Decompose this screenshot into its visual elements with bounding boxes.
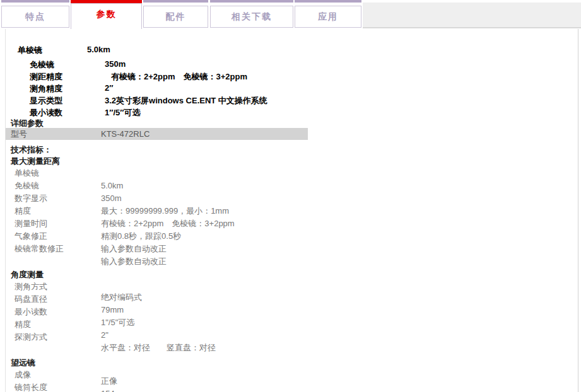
section-title-detail-params: 详细参数 bbox=[6, 119, 578, 128]
spec-row: 测角方式 bbox=[6, 282, 578, 294]
tab-bar-filler bbox=[363, 3, 581, 28]
product-spec-page: 特点 参数 配件 相关下载 应用 bbox=[0, 0, 581, 392]
angle-spec-rows: 测角方式 码盘直径 绝对编码式 最小读数 79mm 精度 1"/5"可选 bbox=[6, 282, 578, 357]
spec-row: 镜筒长度 正像 bbox=[6, 383, 578, 392]
spec-label: 探测方式 bbox=[15, 332, 47, 342]
spec-value: 2" bbox=[101, 330, 109, 340]
spec-value: 有棱镜：2+2ppm 免棱镜：3+2ppm bbox=[101, 219, 235, 228]
summary-row: 单棱镜 5.0km bbox=[6, 45, 578, 59]
spec-label: 精度 bbox=[15, 206, 31, 216]
tab[interactable]: 特点 bbox=[1, 0, 69, 29]
section-title-telescope: 望远镜 bbox=[6, 357, 578, 370]
spec-value: 5.0km bbox=[101, 181, 123, 190]
summary-label: 单棱镜 bbox=[18, 45, 42, 56]
summary-value: 350m bbox=[105, 59, 126, 69]
model-label: 型号 bbox=[11, 128, 27, 140]
tab[interactable]: 相关下载 bbox=[210, 0, 293, 29]
summary-row: 测距精度 有棱镜：2+2ppm 免棱镜：3+2ppm bbox=[6, 71, 578, 83]
spec-label: 成像 bbox=[15, 370, 31, 379]
summary-label: 最小读数 bbox=[30, 107, 62, 118]
spec-row: 探测方式 2" bbox=[6, 332, 578, 345]
spec-row: 单棱镜 bbox=[6, 168, 578, 181]
summary-row: 最小读数 1″/5″可选 bbox=[6, 107, 578, 119]
spec-row: 测量时间 有棱镜：2+2ppm 免棱镜：3+2ppm bbox=[6, 219, 578, 231]
spec-label: 免棱镜 bbox=[15, 181, 39, 190]
spec-summary-block: 单棱镜 5.0km 免棱镜 350m 测距精度 有棱镜：2+2ppm 免棱镜：3… bbox=[6, 29, 578, 119]
section-title-angle-measure: 角度测量 bbox=[6, 269, 578, 282]
spec-row: 水平盘：对径 竖直盘：对径 bbox=[6, 345, 578, 357]
spec-value: 最大：99999999.999，最小：1mm bbox=[101, 206, 229, 216]
spec-label: 最小读数 bbox=[15, 307, 47, 316]
tab[interactable]: 应用 bbox=[295, 0, 361, 29]
model-row: 型号 KTS-472RLC bbox=[6, 128, 308, 140]
spec-value: 精测0.8秒，跟踪0.5秒 bbox=[101, 231, 181, 241]
tab[interactable]: 配件 bbox=[143, 0, 208, 29]
tab-accent-bar bbox=[210, 0, 293, 3]
summary-label: 显示类型 bbox=[30, 95, 62, 107]
tab-label: 应用 bbox=[295, 6, 361, 28]
spec-value: 正像 bbox=[101, 376, 117, 386]
tab-accent-bar bbox=[1, 0, 69, 3]
spec-value: 绝对编码式 bbox=[101, 292, 142, 302]
distance-spec-rows: 单棱镜 免棱镜 5.0km 数字显示 350m 精度 最大：99999999.9… bbox=[6, 168, 578, 269]
summary-label: 免棱镜 bbox=[30, 59, 54, 71]
spec-content-panel: 单棱镜 5.0km 免棱镜 350m 测距精度 有棱镜：2+2ppm 免棱镜：3… bbox=[5, 29, 578, 392]
tab-label: 配件 bbox=[143, 6, 208, 28]
summary-value: 3.2英寸彩屏windows CE.ENT 中文操作系统 bbox=[105, 95, 267, 107]
spec-label: 单棱镜 bbox=[15, 168, 39, 178]
spec-row: 成像 bbox=[6, 370, 578, 383]
spec-row: 数字显示 350m bbox=[6, 193, 578, 206]
spec-value: 输入参数自动改正 bbox=[101, 257, 167, 266]
spec-value: 1"/5"可选 bbox=[101, 318, 134, 327]
spec-label: 码盘直径 bbox=[15, 294, 47, 304]
spec-label: 精度 bbox=[15, 320, 31, 329]
section-title-tech-specs: 技术指标： bbox=[6, 144, 578, 156]
spec-row: 精度 1"/5"可选 bbox=[6, 320, 578, 332]
summary-row: 免棱镜 350m bbox=[6, 59, 578, 71]
spec-row: 气象修正 精测0.8秒，跟踪0.5秒 bbox=[6, 231, 578, 244]
summary-value: 5.0km bbox=[87, 45, 110, 54]
telescope-spec-rows: 成像 镜筒长度 正像 154mm bbox=[6, 370, 578, 392]
spec-row: 精度 最大：99999999.999，最小：1mm bbox=[6, 206, 578, 219]
spec-row: 棱镜常数修正 输入参数自动改正 bbox=[6, 244, 578, 257]
spec-label: 棱镜常数修正 bbox=[15, 244, 64, 253]
spec-label: 测角方式 bbox=[15, 282, 47, 291]
section-title-max-distance: 最大测量距离 bbox=[6, 156, 578, 168]
tab-accent-bar bbox=[295, 0, 361, 3]
summary-label: 测角精度 bbox=[30, 83, 62, 95]
spec-value: 输入参数自动改正 bbox=[101, 244, 167, 253]
spec-value: 79mm bbox=[101, 305, 124, 314]
summary-value: 1″/5″可选 bbox=[105, 107, 141, 118]
spec-label: 气象修正 bbox=[15, 231, 47, 241]
summary-label: 测距精度 bbox=[30, 71, 62, 83]
spec-row: 码盘直径 绝对编码式 bbox=[6, 294, 578, 307]
tab-label: 相关下载 bbox=[210, 6, 293, 28]
spec-row: 输入参数自动改正 bbox=[6, 257, 578, 269]
summary-value: 2″ bbox=[105, 83, 113, 93]
tab-label: 特点 bbox=[1, 6, 69, 28]
spec-row: 免棱镜 5.0km bbox=[6, 181, 578, 193]
spec-value: 水平盘：对径 竖直盘：对径 bbox=[101, 343, 216, 352]
spec-value: 154mm bbox=[101, 389, 128, 392]
spec-label: 数字显示 bbox=[15, 193, 47, 203]
summary-value: 有棱镜：2+2ppm 免棱镜：3+2ppm bbox=[111, 71, 247, 83]
summary-row: 测角精度 2″ bbox=[6, 83, 578, 95]
summary-row: 显示类型 3.2英寸彩屏windows CE.ENT 中文操作系统 bbox=[6, 95, 578, 107]
spec-label: 镜筒长度 bbox=[15, 383, 47, 392]
tab-label: 参数 bbox=[71, 3, 142, 29]
tab-accent-bar bbox=[143, 0, 208, 3]
spec-row: 最小读数 79mm bbox=[6, 307, 578, 320]
tab[interactable]: 参数 bbox=[71, 0, 142, 29]
spec-label: 测量时间 bbox=[15, 219, 47, 228]
model-value: KTS-472RLC bbox=[101, 128, 150, 140]
spec-value: 350m bbox=[101, 193, 122, 203]
